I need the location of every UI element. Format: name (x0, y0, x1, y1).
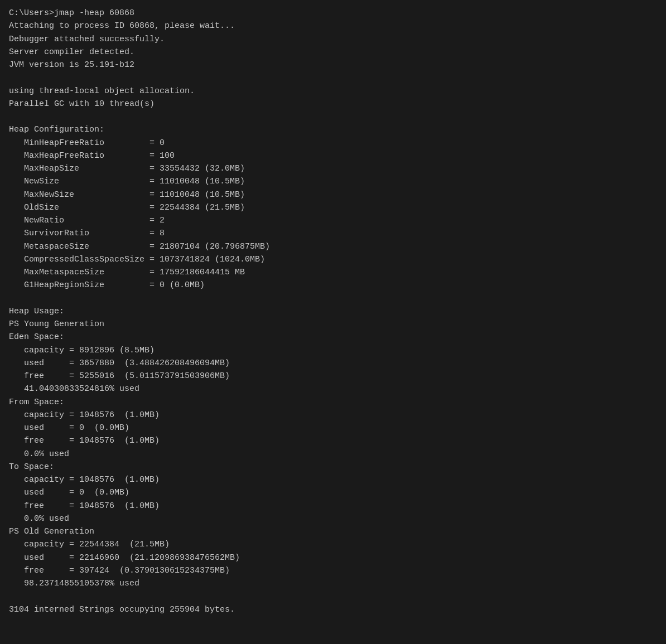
terminal-output: C:\Users>jmap -heap 60868 Attaching to p… (9, 7, 657, 616)
